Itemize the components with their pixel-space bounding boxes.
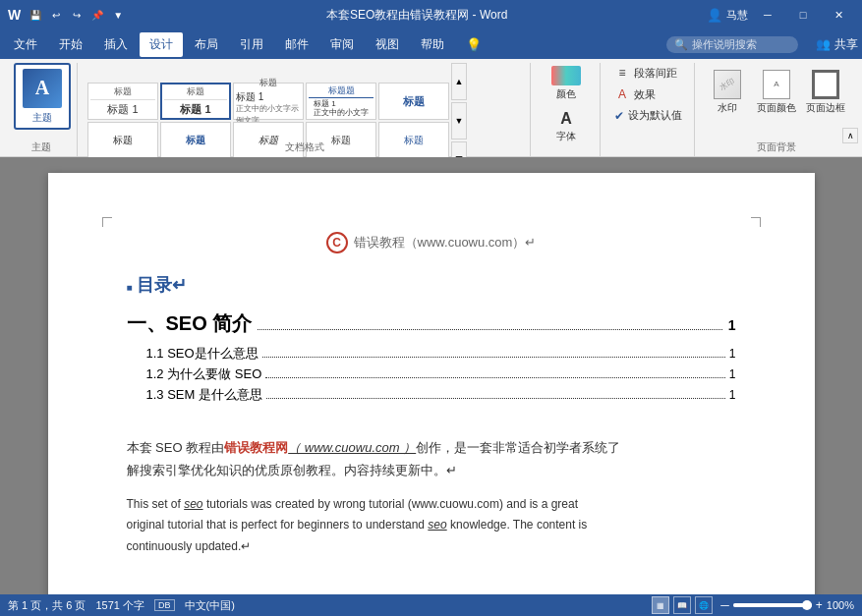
menu-bar: 文件 开始 插入 设计 布局 引用 邮件 审阅 视图 帮助 💡 🔍 👥 共享 <box>0 29 862 59</box>
page-color-label: 页面颜色 <box>757 102 796 114</box>
status-bar-right: ▦ 📖 🌐 ─ + 100% <box>652 596 854 614</box>
chapter1-dots <box>258 329 721 330</box>
toc-item-2-label: 1.2 为什么要做 SEO <box>146 365 262 383</box>
checkmark-icon: ✔ <box>614 109 624 123</box>
page-bg-group: 水印 水印 A 页面颜色 页面边框 页面背景 <box>697 63 856 156</box>
logo-icon: C <box>326 232 348 253</box>
toc-item-3-dots <box>266 398 725 399</box>
watermark-button[interactable]: 水印 水印 <box>705 63 750 120</box>
corner-top-right <box>751 217 761 227</box>
style-scroll-down[interactable]: ▼ <box>451 102 467 140</box>
theme-btn-label: 主题 <box>32 111 52 125</box>
chapter1-num: 1 <box>728 317 736 333</box>
zoom-in-button[interactable]: + <box>816 598 823 612</box>
zoom-slider-fill <box>733 603 812 607</box>
effects-icon: A <box>614 86 630 102</box>
document-container: C 错误教程（www.cuowu.com）↵ 目录↵ 一、SEO 简介 1 1.… <box>0 157 862 594</box>
style-scroll-up[interactable]: ▲ <box>451 63 467 100</box>
zoom-slider-thumb[interactable] <box>802 600 812 610</box>
read-mode-button[interactable]: 📖 <box>673 596 691 614</box>
english-paragraph: This set of seo tutorials was created by… <box>127 494 736 558</box>
effects-button[interactable]: A 效果 <box>610 84 660 104</box>
undo-button[interactable]: ↩ <box>47 6 65 24</box>
para-spacing-icon: ≡ <box>614 65 630 81</box>
menu-design[interactable]: 设计 <box>140 32 183 57</box>
para-zh-rest: 创作，是一套非常适合初学者系统了 <box>416 440 620 455</box>
theme-letter: A <box>35 77 49 99</box>
fonts-button[interactable]: A 字体 <box>541 106 592 147</box>
en-seo-1: seo <box>184 497 202 511</box>
search-input[interactable] <box>692 38 790 50</box>
lightbulb-icon: 💡 <box>456 33 491 56</box>
pin-button[interactable]: 📌 <box>88 6 106 24</box>
page-border-button[interactable]: 页面边框 <box>803 63 848 120</box>
en-seo-2: seo <box>428 518 446 532</box>
menu-insert[interactable]: 插入 <box>94 32 138 57</box>
style-item-2[interactable]: 标题 标题 1正文中的小文字示例文字 <box>233 83 304 120</box>
restore-button[interactable]: □ <box>787 0 819 29</box>
menu-help[interactable]: 帮助 <box>411 32 454 57</box>
zoom-control[interactable]: ─ + 100% <box>720 598 854 612</box>
redo-button[interactable]: ↪ <box>68 6 86 24</box>
zoom-slider[interactable] <box>733 603 812 607</box>
theme-group-label: 主题 <box>6 140 77 154</box>
menu-layout[interactable]: 布局 <box>185 32 228 57</box>
site-url: （ www.cuowu.com ） <box>288 440 416 455</box>
zoom-level: 100% <box>827 599 854 611</box>
color-font-content: 颜色 A 字体 <box>541 63 592 161</box>
window-title: 本套SEO教程由错误教程网 - Word <box>127 7 707 24</box>
corner-top-left <box>102 217 112 227</box>
username: 马慧 <box>726 8 748 23</box>
title-bar-left: W 💾 ↩ ↪ 📌 ▼ <box>8 6 127 24</box>
effects-label: 效果 <box>634 87 656 102</box>
zoom-out-button[interactable]: ─ <box>720 598 729 612</box>
para-spacing-button[interactable]: ≡ 段落间距 <box>610 63 681 83</box>
print-layout-view-button[interactable]: ▦ <box>652 596 669 614</box>
en-para-start: This set of <box>127 497 185 511</box>
site-name-bold: 错误教程网 <box>224 440 288 455</box>
menu-file[interactable]: 文件 <box>4 32 47 57</box>
page-border-icon <box>812 70 839 99</box>
style-item-0[interactable]: 标题 标题 1 <box>87 83 158 120</box>
ribbon-collapse-button[interactable]: ∧ <box>842 128 858 143</box>
save-button[interactable]: 💾 <box>27 6 44 24</box>
colors-button[interactable]: 颜色 <box>541 63 592 104</box>
share-button[interactable]: 👥 共享 <box>816 36 858 53</box>
menu-view[interactable]: 视图 <box>366 32 409 57</box>
view-buttons: ▦ 📖 🌐 <box>652 596 713 614</box>
title-bar: W 💾 ↩ ↪ 📌 ▼ 本套SEO教程由错误教程网 - Word 👤 马慧 ─ … <box>0 0 862 29</box>
themes-button[interactable]: A 主题 <box>14 63 71 130</box>
toc-title: 目录↵ <box>127 273 736 297</box>
search-box[interactable]: 🔍 <box>666 36 798 53</box>
toc-item-1: 1.1 SEO是什么意思 1 <box>127 345 736 363</box>
document-header: C 错误教程（www.cuowu.com）↵ <box>127 232 736 253</box>
page-count: 第 1 页，共 6 页 <box>8 598 86 613</box>
close-button[interactable]: ✕ <box>823 0 854 29</box>
menu-home[interactable]: 开始 <box>49 32 92 57</box>
quick-access-dropdown[interactable]: ▼ <box>109 6 127 24</box>
minimize-button[interactable]: ─ <box>752 0 783 29</box>
style-item-4[interactable]: 标题 <box>378 83 449 120</box>
menu-references[interactable]: 引用 <box>230 32 273 57</box>
chapter1-title: 一、SEO 简介 1 <box>127 310 736 337</box>
chinese-paragraph: 本套 SEO 教程由错误教程网（ www.cuowu.com ）创作，是一套非常… <box>127 436 736 482</box>
theme-icon: A <box>23 69 62 108</box>
para-effects-group: ≡ 段落间距 A 效果 ✔ 设为默认值 <box>603 63 695 156</box>
db-icon: DB <box>154 599 175 611</box>
user-area[interactable]: 👤 马慧 <box>707 8 748 23</box>
word-logo-icon: W <box>8 7 21 23</box>
toc-item-2-num: 1 <box>729 367 736 381</box>
page-color-button[interactable]: A 页面颜色 <box>754 63 799 120</box>
style-item-1[interactable]: 标题 标题 1 <box>160 83 231 120</box>
style-item-3[interactable]: 标题题 标题 1正文中的小文字 <box>306 83 376 120</box>
color-swatch <box>551 66 581 85</box>
para-zh-start: 本套 SEO 教程由 <box>127 440 225 455</box>
set-default-button[interactable]: ✔ 设为默认值 <box>610 106 686 125</box>
document-page[interactable]: C 错误教程（www.cuowu.com）↵ 目录↵ 一、SEO 简介 1 1.… <box>48 173 815 594</box>
menu-mailings[interactable]: 邮件 <box>275 32 318 57</box>
set-default-label: 设为默认值 <box>628 108 682 123</box>
quick-access-toolbar: 💾 ↩ ↪ 📌 ▼ <box>27 6 127 24</box>
web-layout-button[interactable]: 🌐 <box>695 596 713 614</box>
chapter1-text: 一、SEO 简介 <box>127 310 253 337</box>
menu-review[interactable]: 审阅 <box>320 32 364 57</box>
